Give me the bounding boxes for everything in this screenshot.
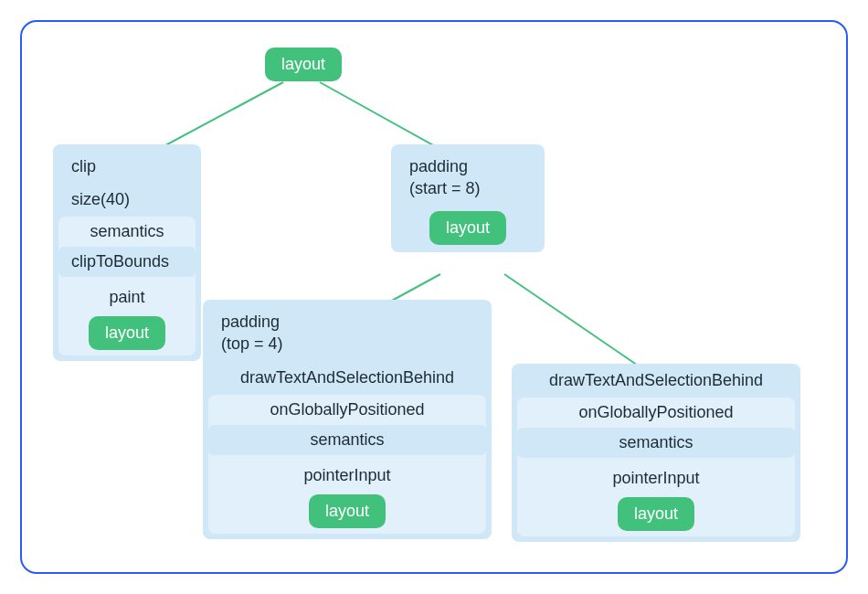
branch-d-row-0: drawTextAndSelectionBehind — [517, 369, 795, 396]
branch-clip-title: clip — [58, 150, 196, 185]
branch-padding-start: padding (start = 8) layout — [391, 144, 545, 252]
branch-d-leaf: layout — [618, 497, 694, 531]
branch-clip-row-3: paint — [62, 282, 192, 313]
branch-clip-row-0: size(40) — [58, 185, 196, 215]
branch-clip: clip size(40) semantics clipToBounds pai… — [53, 144, 201, 361]
branch-clip-row-1: semantics — [58, 217, 196, 247]
root-label: layout — [265, 48, 342, 81]
branch-padding-start-title: padding (start = 8) — [397, 150, 539, 207]
branch-clip-leaf: layout — [89, 316, 165, 350]
branch-d-row-3: pointerInput — [521, 463, 791, 493]
branch-c-row-1: onGloballyPositioned — [208, 395, 486, 425]
branch-padding-top: padding (top = 4) drawTextAndSelectionBe… — [203, 300, 492, 539]
branch-c-row-0: drawTextAndSelectionBehind — [208, 363, 486, 393]
branch-c-row-2: semantics — [208, 425, 486, 455]
branch-right: drawTextAndSelectionBehind onGloballyPos… — [512, 364, 800, 542]
branch-d-row-2: semantics — [517, 428, 795, 458]
branch-c-row-3: pointerInput — [212, 461, 482, 491]
root-node: layout — [265, 48, 342, 81]
branch-clip-row-2: clipToBounds — [58, 247, 196, 277]
branch-c-leaf: layout — [309, 494, 386, 528]
branch-padding-start-leaf: layout — [429, 211, 506, 245]
branch-padding-top-title: padding (top = 4) — [208, 305, 486, 363]
branch-d-row-1: onGloballyPositioned — [517, 398, 795, 428]
